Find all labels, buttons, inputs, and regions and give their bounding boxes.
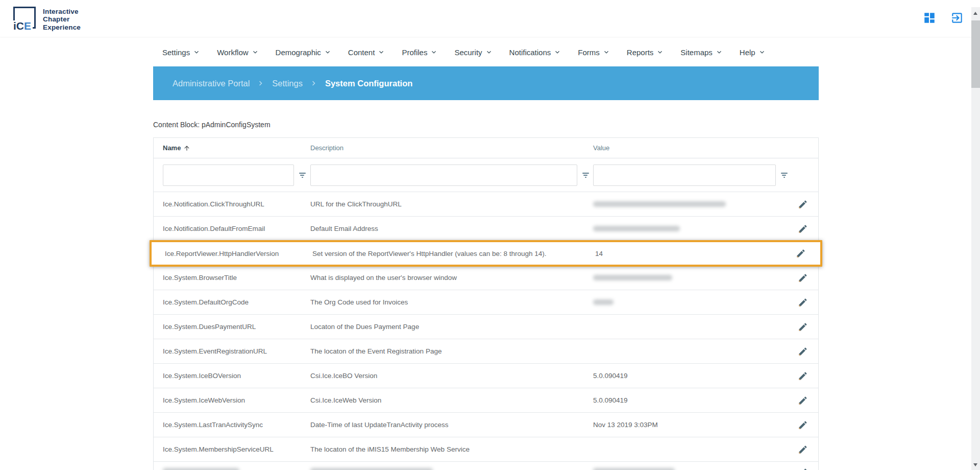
table-row: Ice.Notification.DefaultFromEmail Defaul… — [154, 217, 818, 241]
nav-item-profiles[interactable]: Profiles — [402, 48, 438, 57]
row-actions — [790, 273, 818, 283]
edit-pencil-icon[interactable] — [798, 322, 808, 332]
setting-value — [593, 275, 790, 280]
nav-item-security[interactable]: Security — [454, 48, 493, 57]
setting-value — [593, 299, 790, 305]
setting-name: Ice.Notification.DefaultFromEmail — [163, 225, 310, 232]
nav-item-label: Security — [454, 48, 482, 57]
config-table: Name Description Value — [153, 137, 819, 470]
setting-description: Set version of the ReportViewer's HttpHa… — [312, 250, 595, 257]
edit-pencil-icon[interactable] — [796, 248, 806, 258]
setting-description: Csi.Ice.IceBO Version — [310, 372, 593, 380]
main-nav: Settings Workflow Demographic Content Pr… — [162, 44, 980, 60]
sign-out-icon[interactable] — [950, 11, 964, 25]
setting-description: What is displayed on the user's browser … — [310, 274, 593, 281]
breadcrumb-item-administrative-portal[interactable]: Administrative Portal — [173, 79, 250, 88]
chevron-right-icon — [309, 79, 318, 88]
breadcrumb: Administrative Portal Settings System Co… — [153, 66, 819, 100]
setting-value: 5.0.090419 — [593, 372, 790, 380]
table-header-row: Name Description Value — [154, 138, 818, 158]
edit-pencil-icon[interactable] — [798, 395, 808, 406]
column-header-name[interactable]: Name — [163, 144, 310, 152]
filter-icon[interactable] — [582, 172, 589, 178]
nav-item-workflow[interactable]: Workflow — [217, 48, 259, 57]
breadcrumb-item-system-configuration: System Configuration — [325, 79, 412, 88]
nav-item-settings[interactable]: Settings — [162, 48, 201, 57]
logo-mark: iCE — [13, 20, 33, 31]
setting-value — [593, 201, 790, 207]
chevron-right-icon — [256, 79, 265, 88]
nav-item-demographic[interactable]: Demographic — [276, 48, 332, 57]
edit-pencil-icon[interactable] — [798, 199, 808, 209]
scroll-down-arrow[interactable] — [973, 463, 977, 466]
apps-grid-icon[interactable] — [923, 11, 936, 25]
table-row: Ice.Notification.ClickThroughURL URL for… — [154, 192, 818, 217]
nav-item-notifications[interactable]: Notifications — [509, 48, 562, 57]
edit-pencil-icon[interactable] — [798, 444, 808, 455]
setting-name: Ice.ReportViewer.HttpHandlerVersion — [165, 250, 312, 257]
setting-name: Ice.System.IceBOVersion — [163, 372, 310, 380]
table-row: Ice.System.EventRegistrationURL The loca… — [154, 339, 818, 364]
row-actions — [790, 322, 818, 332]
filter-icon[interactable] — [299, 172, 306, 178]
setting-name: Ice.System.BrowserTitle — [163, 274, 310, 281]
setting-value — [593, 462, 790, 470]
nav-item-label: Profiles — [402, 48, 427, 57]
setting-value — [593, 226, 790, 231]
column-header-description[interactable]: Description — [310, 144, 593, 152]
main-content: Content Block: pAdminConfigSystem Name D… — [153, 121, 819, 470]
nav-item-help[interactable]: Help — [740, 48, 766, 57]
value-filter-input[interactable] — [593, 165, 776, 186]
column-header-value[interactable]: Value — [593, 144, 818, 152]
chevron-down-icon — [251, 48, 259, 56]
table-row: Ice.ReportViewer.HttpHandlerVersion Set … — [150, 240, 822, 267]
chevron-down-icon — [758, 48, 766, 56]
header-actions — [923, 11, 964, 25]
chevron-down-icon — [377, 48, 385, 56]
nav-item-forms[interactable]: Forms — [578, 48, 610, 57]
edit-pencil-icon[interactable] — [798, 467, 808, 470]
nav-item-reports[interactable]: Reports — [627, 48, 665, 57]
filter-icon[interactable] — [780, 172, 788, 178]
column-header-name-label: Name — [163, 144, 181, 152]
nav-item-label: Demographic — [276, 48, 321, 57]
edit-pencil-icon[interactable] — [798, 273, 808, 283]
nav-item-label: Workflow — [217, 48, 248, 57]
breadcrumb-item-settings[interactable]: Settings — [272, 79, 303, 88]
column-header-value-label: Value — [593, 144, 609, 152]
table-body: Ice.Notification.ClickThroughURL URL for… — [154, 192, 818, 470]
setting-description: Csi.Ice.IceWeb Version — [310, 396, 593, 404]
redacted-value — [593, 468, 675, 470]
chevron-down-icon — [553, 48, 561, 56]
row-actions — [790, 297, 818, 308]
sort-ascending-icon — [183, 145, 190, 152]
row-actions — [790, 462, 818, 470]
nav-item-label: Sitemaps — [680, 48, 713, 57]
row-actions — [790, 395, 818, 406]
row-actions — [792, 248, 820, 258]
setting-name: Ice.System.IceWebVersion — [163, 396, 310, 404]
scrollbar-thumb[interactable] — [971, 20, 980, 88]
nav-item-sitemaps[interactable]: Sitemaps — [680, 48, 723, 57]
table-row: Ice.System.IceBOVersion Csi.Ice.IceBO Ve… — [154, 364, 818, 388]
row-actions — [790, 371, 818, 381]
chevron-down-icon — [430, 48, 438, 56]
edit-pencil-icon[interactable] — [798, 224, 808, 234]
edit-pencil-icon[interactable] — [798, 346, 808, 357]
nav-item-label: Reports — [627, 48, 654, 57]
edit-pencil-icon[interactable] — [798, 420, 808, 430]
vertical-scrollbar[interactable] — [971, 7, 980, 470]
nav-item-label: Help — [740, 48, 755, 57]
nav-item-content[interactable]: Content — [348, 48, 386, 57]
scroll-up-arrow[interactable] — [973, 12, 977, 15]
nav-item-label: Settings — [162, 48, 190, 57]
app-logo[interactable]: iCE Interactive Chapter Experience — [13, 7, 81, 31]
setting-name: Ice.System.LastTranActivitySync — [163, 421, 310, 429]
description-filter-input[interactable] — [310, 165, 577, 186]
edit-pencil-icon[interactable] — [798, 297, 808, 308]
edit-pencil-icon[interactable] — [798, 371, 808, 381]
chevron-down-icon — [485, 48, 493, 56]
name-filter-input[interactable] — [163, 165, 294, 186]
filter-row — [154, 158, 818, 192]
logo-square-icon: iCE — [13, 7, 36, 29]
